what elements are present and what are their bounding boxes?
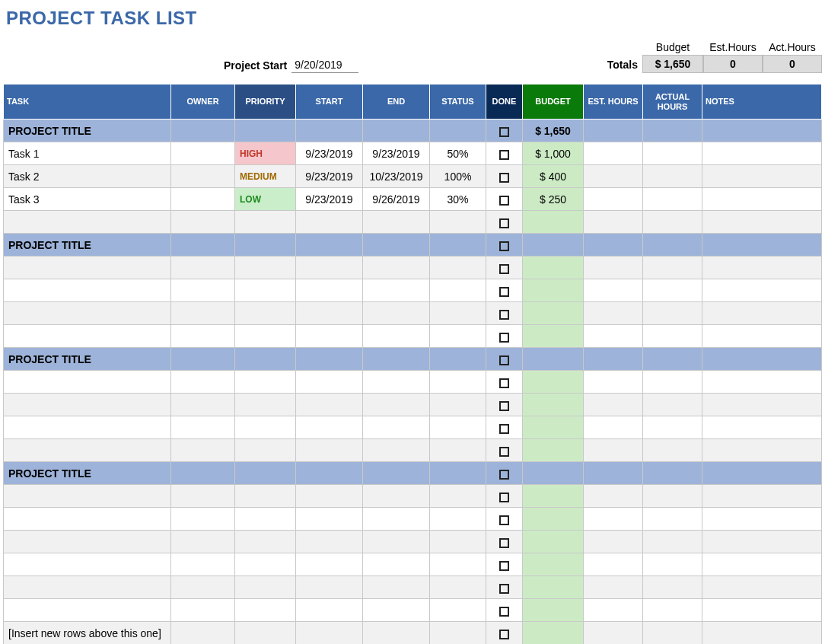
cell-priority[interactable] — [235, 257, 296, 279]
table-row[interactable]: [Insert new rows above this one] — [4, 622, 822, 644]
cell-notes[interactable] — [702, 279, 822, 302]
table-row[interactable] — [4, 416, 822, 439]
cell-budget[interactable] — [523, 508, 584, 531]
cell-owner[interactable] — [171, 165, 235, 188]
done-checkbox-icon[interactable] — [499, 561, 509, 571]
cell-est[interactable] — [584, 279, 643, 302]
done-checkbox-icon[interactable] — [499, 447, 509, 457]
cell-act[interactable] — [643, 508, 702, 531]
cell-start[interactable] — [296, 371, 363, 394]
cell-done[interactable] — [486, 531, 523, 553]
cell-budget[interactable] — [523, 325, 584, 348]
cell-start[interactable] — [296, 531, 363, 553]
cell-task[interactable] — [4, 485, 171, 508]
cell-est[interactable] — [584, 211, 643, 234]
table-row[interactable] — [4, 371, 822, 394]
cell-start[interactable] — [296, 279, 363, 302]
cell-done[interactable] — [486, 188, 523, 211]
cell-start[interactable] — [296, 325, 363, 348]
cell-owner[interactable] — [171, 211, 235, 234]
cell-priority[interactable] — [235, 371, 296, 394]
cell-done[interactable] — [486, 302, 523, 325]
cell-notes[interactable] — [702, 394, 822, 416]
cell-owner[interactable] — [171, 394, 235, 416]
cell-task[interactable] — [4, 576, 171, 599]
cell-act[interactable] — [643, 576, 702, 599]
table-row[interactable] — [4, 394, 822, 416]
table-row[interactable]: PROJECT TITLE — [4, 462, 822, 485]
cell-owner[interactable] — [171, 599, 235, 622]
cell-end[interactable]: 9/23/2019 — [363, 142, 430, 165]
cell-priority[interactable] — [235, 394, 296, 416]
cell-budget[interactable] — [523, 416, 584, 439]
cell-notes[interactable] — [702, 188, 822, 211]
table-row[interactable] — [4, 279, 822, 302]
cell-est[interactable] — [584, 394, 643, 416]
cell-end[interactable] — [363, 325, 430, 348]
cell-task[interactable] — [4, 508, 171, 531]
cell-end[interactable]: 9/26/2019 — [363, 188, 430, 211]
cell-act[interactable] — [643, 485, 702, 508]
cell-priority[interactable]: HIGH — [235, 142, 296, 165]
cell-priority[interactable] — [235, 553, 296, 576]
table-row[interactable] — [4, 576, 822, 599]
cell-status[interactable] — [430, 416, 486, 439]
table-row[interactable] — [4, 257, 822, 279]
cell-budget[interactable] — [523, 599, 584, 622]
cell-owner[interactable] — [171, 576, 235, 599]
cell-owner[interactable] — [171, 302, 235, 325]
done-checkbox-icon[interactable] — [499, 424, 509, 434]
done-checkbox-icon[interactable] — [499, 310, 509, 320]
cell-end[interactable] — [363, 576, 430, 599]
cell-status[interactable] — [430, 211, 486, 234]
cell-end[interactable] — [363, 531, 430, 553]
done-checkbox-icon[interactable] — [499, 378, 509, 388]
cell-task[interactable]: Task 1 — [4, 142, 171, 165]
cell-budget[interactable] — [523, 439, 584, 462]
cell-priority[interactable] — [235, 325, 296, 348]
cell-priority[interactable]: MEDIUM — [235, 165, 296, 188]
cell-start[interactable] — [296, 257, 363, 279]
cell-est[interactable] — [584, 416, 643, 439]
cell-notes[interactable] — [702, 531, 822, 553]
cell-task[interactable] — [4, 302, 171, 325]
cell-task[interactable] — [4, 211, 171, 234]
cell-priority[interactable] — [235, 211, 296, 234]
cell-act[interactable] — [643, 211, 702, 234]
cell-est[interactable] — [584, 439, 643, 462]
cell-end[interactable] — [363, 371, 430, 394]
cell-priority[interactable] — [235, 485, 296, 508]
cell-act[interactable] — [643, 371, 702, 394]
cell-owner[interactable] — [171, 142, 235, 165]
cell-act[interactable] — [643, 394, 702, 416]
cell-done[interactable] — [486, 576, 523, 599]
cell-budget[interactable] — [523, 553, 584, 576]
cell-est[interactable] — [584, 553, 643, 576]
done-checkbox-icon[interactable] — [499, 150, 509, 160]
cell-act[interactable] — [643, 531, 702, 553]
cell-act[interactable] — [643, 188, 702, 211]
cell-notes[interactable] — [702, 485, 822, 508]
cell-done[interactable] — [486, 416, 523, 439]
cell-status[interactable] — [430, 439, 486, 462]
cell-est[interactable] — [584, 485, 643, 508]
cell-start[interactable] — [296, 439, 363, 462]
cell-owner[interactable] — [171, 325, 235, 348]
cell-start[interactable] — [296, 211, 363, 234]
cell-priority[interactable] — [235, 416, 296, 439]
table-row[interactable]: PROJECT TITLE — [4, 348, 822, 371]
table-row[interactable]: Task 2MEDIUM9/23/201910/23/2019100%$ 400 — [4, 165, 822, 188]
cell-priority[interactable] — [235, 508, 296, 531]
cell-owner[interactable] — [171, 188, 235, 211]
table-row[interactable] — [4, 508, 822, 531]
cell-budget[interactable]: $ 1,000 — [523, 142, 584, 165]
cell-start[interactable] — [296, 599, 363, 622]
cell-owner[interactable] — [171, 508, 235, 531]
table-row[interactable] — [4, 302, 822, 325]
cell-notes[interactable] — [702, 142, 822, 165]
cell-status[interactable] — [430, 302, 486, 325]
cell-end[interactable] — [363, 485, 430, 508]
done-checkbox-icon[interactable] — [499, 264, 509, 274]
cell-done[interactable] — [486, 462, 523, 485]
cell-notes[interactable] — [702, 553, 822, 576]
